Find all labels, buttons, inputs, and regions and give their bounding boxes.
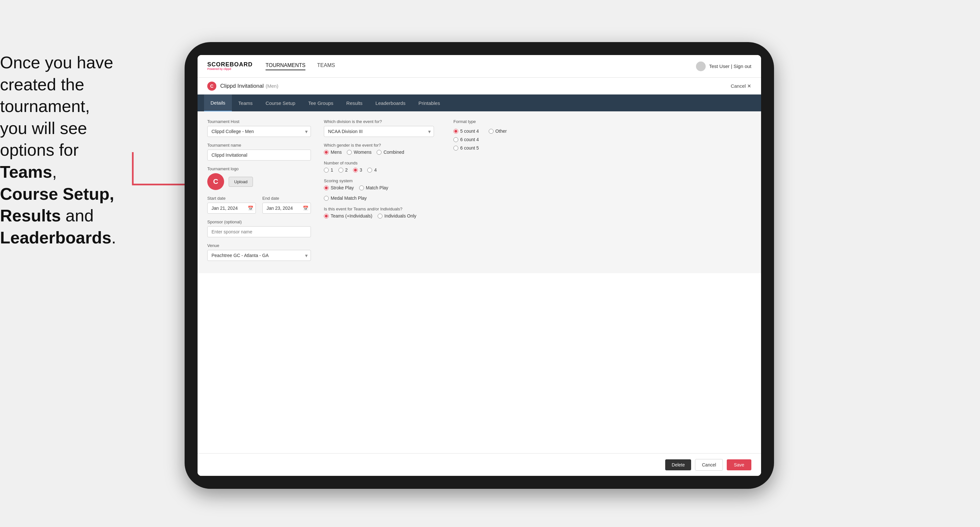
tournament-tag: (Men) xyxy=(266,83,278,89)
logo-upload-area: C Upload xyxy=(207,173,311,190)
scoring-label: Scoring system xyxy=(324,178,434,183)
scoring-match-play[interactable]: Match Play xyxy=(359,185,388,190)
venue-select-wrapper: Peachtree GC - Atlanta - GA xyxy=(207,250,311,261)
tablet-frame: SCOREBOARD Powered by clippd TOURNAMENTS… xyxy=(185,42,774,489)
date-row: Start date End date xyxy=(207,196,311,214)
venue-select[interactable]: Peachtree GC - Atlanta - GA xyxy=(207,250,311,261)
tab-printables[interactable]: Printables xyxy=(412,95,447,111)
format-other[interactable]: Other xyxy=(489,129,507,134)
instruction-text: Once you have created the tournament, yo… xyxy=(0,52,172,249)
tab-results[interactable]: Results xyxy=(340,95,369,111)
division-select[interactable]: NCAA Division III xyxy=(324,126,434,137)
avatar xyxy=(696,62,706,71)
user-sign-out[interactable]: Test User | Sign out xyxy=(709,63,751,69)
cancel-button[interactable]: Cancel xyxy=(695,459,723,471)
venue-group: Venue Peachtree GC - Atlanta - GA xyxy=(207,243,311,261)
logo-text: SCOREBOARD xyxy=(207,62,253,68)
scoring-radio-group: Stroke Play Match Play Medal Match Play xyxy=(324,185,434,201)
end-date-group: End date xyxy=(262,196,311,214)
gender-group: Which gender is the event for? Mens Wome… xyxy=(324,143,434,155)
sponsor-input[interactable] xyxy=(207,226,311,237)
sponsor-group: Sponsor (optional) xyxy=(207,219,311,237)
delete-button[interactable]: Delete xyxy=(665,459,691,470)
tournament-logo-group: Tournament logo C Upload xyxy=(207,167,311,190)
content-columns: Tournament Host Clippd College - Men Tou… xyxy=(197,111,761,273)
gender-mens[interactable]: Mens xyxy=(324,149,342,155)
format-row-2: 6 count 4 xyxy=(453,137,544,142)
scoring-medal-match-play[interactable]: Medal Match Play xyxy=(324,195,367,201)
scoring-stroke-play[interactable]: Stroke Play xyxy=(324,185,354,190)
rounds-radio-group: 1 2 3 xyxy=(324,167,434,173)
app-container: SCOREBOARD Powered by clippd TOURNAMENTS… xyxy=(197,55,761,476)
app-header: SCOREBOARD Powered by clippd TOURNAMENTS… xyxy=(197,55,761,78)
format-6count5[interactable]: 6 count 5 xyxy=(453,145,479,151)
rounds-label: Number of rounds xyxy=(324,160,434,165)
individuals-only[interactable]: Individuals Only xyxy=(378,213,417,219)
tournament-name-input[interactable] xyxy=(207,149,311,160)
tab-tee-groups[interactable]: Tee Groups xyxy=(302,95,340,111)
division-select-wrapper: NCAA Division III xyxy=(324,126,434,137)
rounds-group: Number of rounds 1 2 xyxy=(324,160,434,173)
scoring-group: Scoring system Stroke Play Match Play xyxy=(324,178,434,201)
main-nav: TOURNAMENTS TEAMS xyxy=(266,62,335,70)
sponsor-label: Sponsor (optional) xyxy=(207,219,311,224)
format-5count4[interactable]: 5 count 4 xyxy=(453,129,479,134)
nav-tournaments[interactable]: TOURNAMENTS xyxy=(266,62,305,70)
start-date-input[interactable] xyxy=(207,203,256,214)
end-date-wrapper xyxy=(262,203,311,214)
tabs-bar: Details Teams Course Setup Tee Groups Re… xyxy=(197,95,761,111)
round-3[interactable]: 3 xyxy=(353,167,363,173)
format-row-1: 5 count 4 Other xyxy=(453,129,544,134)
teams-individuals-label: Is this event for Teams and/or Individua… xyxy=(324,206,434,211)
teams-radio-group: Teams (+Individuals) Individuals Only xyxy=(324,213,434,219)
teams-plus-individuals[interactable]: Teams (+Individuals) xyxy=(324,213,372,219)
end-date-label: End date xyxy=(262,196,311,201)
logo-preview: C xyxy=(207,173,224,190)
tournament-host-label: Tournament Host xyxy=(207,119,311,124)
tournament-logo-label: Tournament logo xyxy=(207,167,311,171)
form-content: Tournament Host Clippd College - Men Tou… xyxy=(197,111,761,476)
left-column: Tournament Host Clippd College - Men Tou… xyxy=(207,119,311,265)
tab-teams[interactable]: Teams xyxy=(232,95,259,111)
logo-area: SCOREBOARD Powered by clippd xyxy=(207,62,253,71)
breadcrumb-cancel[interactable]: Cancel ✕ xyxy=(731,83,751,89)
gender-womens[interactable]: Womens xyxy=(347,149,371,155)
start-date-wrapper xyxy=(207,203,256,214)
tournament-host-group: Tournament Host Clippd College - Men xyxy=(207,119,311,137)
format-row-3: 6 count 5 xyxy=(453,145,544,151)
user-area: Test User | Sign out xyxy=(696,62,751,71)
start-date-group: Start date xyxy=(207,196,256,214)
end-date-input[interactable] xyxy=(262,203,311,214)
gender-combined[interactable]: Combined xyxy=(377,149,404,155)
tab-details[interactable]: Details xyxy=(204,95,232,111)
tournament-name: Clippd Invitational xyxy=(220,83,264,89)
logo-sub: Powered by clippd xyxy=(207,68,253,71)
teams-individuals-group: Is this event for Teams and/or Individua… xyxy=(324,206,434,219)
venue-label: Venue xyxy=(207,243,311,248)
format-type-label: Format type xyxy=(453,119,544,124)
tournament-icon: C xyxy=(207,82,216,90)
start-date-label: Start date xyxy=(207,196,256,201)
division-group: Which division is the event for? NCAA Di… xyxy=(324,119,434,137)
gender-radio-group: Mens Womens Combined xyxy=(324,149,434,155)
tournament-name-group: Tournament name xyxy=(207,143,311,160)
round-2[interactable]: 2 xyxy=(339,167,348,173)
tournament-name-label: Tournament name xyxy=(207,143,311,148)
round-1[interactable]: 1 xyxy=(324,167,333,173)
breadcrumb-bar: C Clippd Invitational (Men) Cancel ✕ xyxy=(197,78,761,95)
upload-button[interactable]: Upload xyxy=(229,177,253,187)
footer-bar: Delete Cancel Save xyxy=(197,453,761,476)
division-label: Which division is the event for? xyxy=(324,119,434,124)
format-options: 5 count 4 Other 6 count 4 xyxy=(453,129,544,151)
tournament-host-select[interactable]: Clippd College - Men xyxy=(207,126,311,137)
tablet-screen: SCOREBOARD Powered by clippd TOURNAMENTS… xyxy=(197,55,761,476)
tab-leaderboards[interactable]: Leaderboards xyxy=(369,95,412,111)
tab-course-setup[interactable]: Course Setup xyxy=(259,95,302,111)
round-4[interactable]: 4 xyxy=(367,167,377,173)
gender-label: Which gender is the event for? xyxy=(324,143,434,148)
tournament-host-select-wrapper: Clippd College - Men xyxy=(207,126,311,137)
middle-column: Which division is the event for? NCAA Di… xyxy=(324,119,434,265)
save-button[interactable]: Save xyxy=(727,459,751,470)
nav-teams[interactable]: TEAMS xyxy=(317,62,335,70)
format-6count4[interactable]: 6 count 4 xyxy=(453,137,479,142)
